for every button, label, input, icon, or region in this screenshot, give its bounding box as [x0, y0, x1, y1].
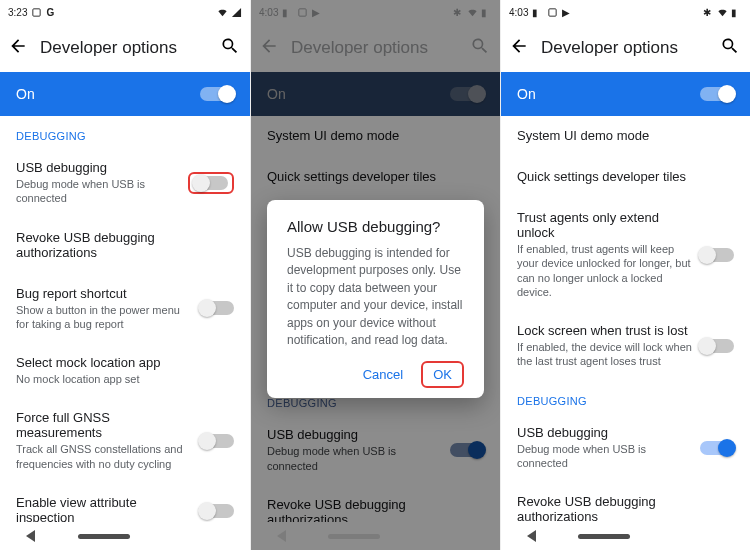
play-icon: ▶ [562, 7, 573, 18]
page-title: Developer options [40, 38, 177, 58]
app-bar: Developer options [0, 24, 250, 72]
dialog-message: USB debugging is intended for developmen… [287, 245, 464, 349]
settings-list[interactable]: DEBUGGING USB debugging Debug mode when … [0, 116, 250, 522]
gear-icon: ✱ [703, 7, 714, 18]
svg-rect-2 [549, 8, 556, 15]
row-lock-on-trust-lost[interactable]: Lock screen when trust is lost If enable… [501, 311, 750, 381]
search-icon[interactable] [220, 36, 240, 60]
switch-gnss[interactable] [200, 434, 234, 448]
row-demo-mode[interactable]: System UI demo mode [501, 116, 750, 157]
wifi-icon [717, 7, 728, 18]
battery-level-icon: ▮ [731, 7, 742, 18]
row-mock-location[interactable]: Select mock location app No mock locatio… [0, 343, 250, 398]
battery-icon: ▮ [532, 7, 543, 18]
dialog-title: Allow USB debugging? [287, 218, 464, 235]
master-toggle-bar[interactable]: On [0, 72, 250, 116]
back-arrow-icon[interactable] [509, 36, 529, 60]
switch-view-attr[interactable] [200, 504, 234, 518]
row-revoke-auth[interactable]: Revoke USB debugging authorizations [0, 218, 250, 274]
switch-master[interactable] [700, 87, 734, 101]
row-bug-report-shortcut[interactable]: Bug report shortcut Show a button in the… [0, 274, 250, 344]
cancel-button[interactable]: Cancel [353, 361, 413, 388]
switch-lock-trust[interactable] [700, 339, 734, 353]
ok-button[interactable]: OK [421, 361, 464, 388]
status-time: 3:23 [8, 7, 27, 18]
settings-list[interactable]: System UI demo mode Quick settings devel… [501, 116, 750, 522]
switch-trust-agents[interactable] [700, 248, 734, 262]
row-usb-debugging[interactable]: USB debugging Debug mode when USB is con… [0, 148, 250, 218]
signal-icon [231, 7, 242, 18]
section-header-debugging: DEBUGGING [501, 381, 750, 413]
svg-rect-0 [33, 8, 40, 15]
dialog-allow-usb-debugging: Allow USB debugging? USB debugging is in… [267, 200, 484, 398]
highlight-usb-toggle [188, 172, 234, 194]
nav-home-pill[interactable] [78, 534, 130, 539]
switch-usb-debugging[interactable] [700, 441, 734, 455]
wifi-icon [217, 7, 228, 18]
back-arrow-icon[interactable] [8, 36, 28, 60]
search-icon[interactable] [720, 36, 740, 60]
nav-home-pill[interactable] [578, 534, 630, 539]
switch-bug-report[interactable] [200, 301, 234, 315]
row-qs-dev-tiles[interactable]: Quick settings developer tiles [501, 157, 750, 198]
master-toggle-label: On [517, 86, 536, 102]
nav-back-icon[interactable] [26, 530, 35, 542]
tab-icon [547, 7, 558, 18]
section-header-debugging: DEBUGGING [0, 116, 250, 148]
status-time: 4:03 [509, 7, 528, 18]
google-g-icon: G [46, 7, 57, 18]
master-toggle-label: On [16, 86, 35, 102]
screenshot-2: 4:03 ▮ ▶ ✱ ▮ Developer options On System… [250, 0, 500, 550]
screenshot-3: 4:03 ▮ ▶ ✱ ▮ Developer options On System… [500, 0, 750, 550]
nav-bar [0, 522, 250, 550]
nav-back-icon[interactable] [527, 530, 536, 542]
switch-master[interactable] [200, 87, 234, 101]
status-bar: 4:03 ▮ ▶ ✱ ▮ [501, 0, 750, 24]
row-revoke-auth[interactable]: Revoke USB debugging authorizations [501, 482, 750, 522]
screenshot-1: 3:23 G Developer options On DEBUGGING US… [0, 0, 250, 550]
master-toggle-bar[interactable]: On [501, 72, 750, 116]
status-bar: 3:23 G [0, 0, 250, 24]
app-bar: Developer options [501, 24, 750, 72]
switch-usb-debugging[interactable] [194, 176, 228, 190]
row-gnss[interactable]: Force full GNSS measurements Track all G… [0, 398, 250, 483]
row-usb-debugging[interactable]: USB debugging Debug mode when USB is con… [501, 413, 750, 483]
nav-bar [501, 522, 750, 550]
tab-icon [31, 7, 42, 18]
row-view-attr[interactable]: Enable view attribute inspection [0, 483, 250, 522]
page-title: Developer options [541, 38, 678, 58]
row-trust-agents[interactable]: Trust agents only extend unlock If enabl… [501, 198, 750, 311]
